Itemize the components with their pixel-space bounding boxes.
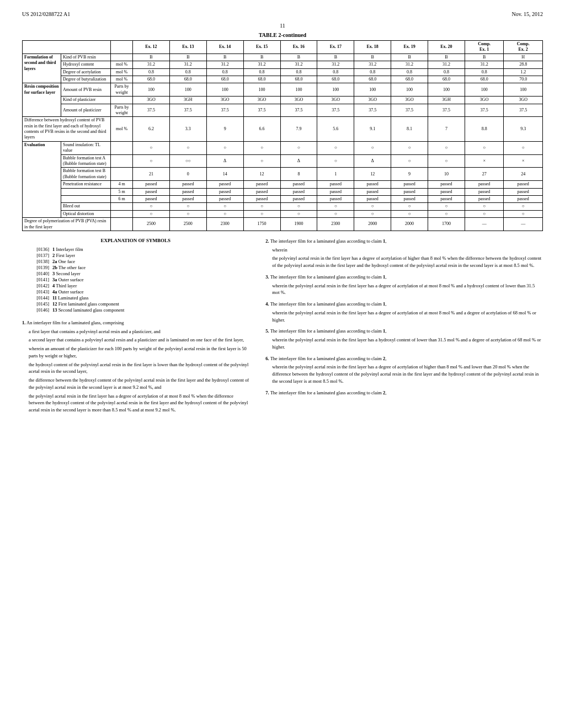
claim-2-detail: the polyvinyl acetal resin in the first … [272,255,543,269]
table-row: Optical distortion ○○○○○○○○○○○ [23,210,543,217]
sym-row-3: [0138] 2a One face [22,259,249,264]
sym-desc-11: 13 Second laminated glass component [52,307,249,313]
claim-3-block: 3. The interlayer film for a laminated g… [265,274,543,296]
claim-1-block: 1. An interlayer film for a laminated gl… [22,319,249,414]
claim-7-text: 7. The interlayer film for a laminated g… [265,389,543,397]
sym-desc-7: 4 Third layer [52,283,249,288]
col-ex20: Ex. 20 [428,41,465,54]
sym-ref-2: [0137] [22,253,52,258]
sym-desc-6: 3a Outer surface [52,277,249,282]
col-ex17: Ex. 17 [317,41,354,54]
sym-row-8: [0143] 4a Outer surface [22,289,249,295]
table-row: Hydroxyl content mol % 31.231.231.231.23… [23,61,543,68]
sym-ref-10: [0145] [22,301,52,307]
claim-4-block: 4. The interlayer film for a laminated g… [265,301,543,323]
page-header: US 2012/0288722 A1 Nov. 15, 2012 [22,11,543,17]
claim-2-indent: wherein [272,247,543,254]
table-row: Evaluation Sound insulation: TL value ○○… [23,141,543,154]
sym-ref-5: [0140] [22,271,52,276]
right-column: 2. The interlayer film for a laminated g… [265,238,543,415]
claim-5-detail: wherein the polyvinyl acetal resin in th… [272,336,543,351]
two-column-layout: EXPLANATION OF SYMBOLS [0136] 1 Interlay… [22,238,543,415]
sym-desc-1: 1 Interlayer film [52,247,249,252]
col-ex19: Ex. 19 [391,41,428,54]
sym-row-5: [0140] 3 Second layer [22,271,249,276]
col-ex16: Ex. 16 [280,41,317,54]
sym-ref-6: [0141] [22,277,52,282]
table-row: 6 m passedpassedpassedpassedpassedpassed… [23,195,543,202]
sym-desc-8: 4a Outer surface [52,289,249,295]
table-row-polymerization: Degree of polymerization of PVB (PVA) re… [23,218,543,231]
claim-2-block: 2. The interlayer film for a laminated g… [265,238,543,269]
col-ex18: Ex. 18 [354,41,391,54]
claim-1-part2: a second layer that contains a polyvinyl… [29,336,249,344]
col-comp2: Comp.Ex. 2 [504,41,543,54]
table-row: Amount of plasticizer Parts by weight 37… [23,104,543,117]
sym-row-10: [0145] 12 First laminated glass componen… [22,301,249,307]
page-number: 11 [22,23,543,29]
sym-ref-9: [0144] [22,295,52,301]
claim-5-block: 5. The interlayer film for a laminated g… [265,328,543,350]
symbols-table: [0136] 1 Interlayer film [0137] 2 First … [22,247,249,313]
sym-desc-2: 2 First layer [52,253,249,258]
sym-ref-11: [0146] [22,307,52,313]
table-row: Degree of butyralization mol % 68.068.06… [23,76,543,83]
sym-ref-4: [0139] [22,265,52,270]
table-row-difference: Difference between hydroxyl content of P… [23,117,543,142]
col-ex15: Ex. 15 [243,41,280,54]
claim-2-text: 2. The interlayer film for a laminated g… [265,238,543,245]
claim-1-part1: a first layer that contains a polyvinyl … [29,328,249,335]
claim-1-intro: 1. An interlayer film for a laminated gl… [22,319,249,326]
sym-row-9: [0144] 11 Laminated glass [22,295,249,301]
col-comp1: Comp.Ex. 1 [465,41,504,54]
sym-row-1: [0136] 1 Interlayer film [22,247,249,252]
sym-desc-3: 2a One face [52,259,249,264]
sym-ref-3: [0138] [22,259,52,264]
sym-desc-10: 12 First laminated glass component [52,301,249,307]
sym-desc-5: 3 Second layer [52,271,249,276]
table-row: Bubble formation test B (Bubble formatio… [23,168,543,181]
sym-ref-7: [0142] [22,283,52,288]
patent-date: Nov. 15, 2012 [511,11,543,17]
claim-4-text: 4. The interlayer film for a laminated g… [265,301,543,308]
claim-3-text: 3. The interlayer film for a laminated g… [265,274,543,281]
table-header-unit [111,41,133,54]
sym-desc-9: 11 Laminated glass [52,295,249,301]
patent-number: US 2012/0288722 A1 [22,11,70,17]
claim-5-text: 5. The interlayer film for a laminated g… [265,328,543,335]
sym-row-6: [0141] 3a Outer surface [22,277,249,282]
claim-6-block: 6. The interlayer film for a laminated g… [265,355,543,385]
col-ex12: Ex. 12 [133,41,170,54]
claim-3-detail: wherein the polyvinyl acetal resin in th… [272,282,543,297]
claim-6-detail: wherein the polyvinyl acetal resin in th… [272,363,543,384]
table-row: Degree of acetylation mol % 0.80.80.80.8… [23,68,543,76]
left-column: EXPLANATION OF SYMBOLS [0136] 1 Interlay… [22,238,249,415]
claim-7-block: 7. The interlayer film for a laminated g… [265,389,543,397]
table-row: Bubble formation test A (Bubble formatio… [23,154,543,168]
claim-1-part4: the hydroxyl content of the polyvinyl ac… [29,361,249,376]
sym-desc-4: 2b The other face [52,265,249,270]
claim-1-part6: the polyvinyl acetal resin in the first … [29,393,249,414]
claim-6-text: 6. The interlayer film for a laminated g… [265,355,543,362]
claim-4-detail: wherein the polyvinyl acetal resin in th… [272,309,543,324]
claim-1-part5: the difference between the hydroxyl cont… [29,377,249,391]
table-row: Formulation of second and third layers K… [23,53,543,61]
table-title: TABLE 2-continued [22,32,543,38]
sym-row-4: [0139] 2b The other face [22,265,249,270]
table-header-empty [23,41,111,54]
sym-ref-1: [0136] [22,247,52,252]
table-row: 5 m passedpassedpassedpassedpassedpassed… [23,188,543,195]
col-ex13: Ex. 13 [169,41,206,54]
table-row: Kind of plasticizer 3GO3GH3GO3GO3GO3GO3G… [23,97,543,104]
sym-row-7: [0142] 4 Third layer [22,283,249,288]
table-row: Penetration resistance 4 m passedpassedp… [23,181,543,188]
sym-ref-8: [0143] [22,289,52,295]
explanation-title: EXPLANATION OF SYMBOLS [22,238,249,243]
table-row: Resin composition for surface layer Amou… [23,83,543,97]
sym-row-2: [0137] 2 First layer [22,253,249,258]
main-table: Ex. 12 Ex. 13 Ex. 14 Ex. 15 Ex. 16 Ex. 1… [22,40,543,231]
sym-row-11: [0146] 13 Second laminated glass compone… [22,307,249,313]
table-row: Bleed out ○○○○○○○○○○○ [23,203,543,210]
col-ex14: Ex. 14 [206,41,243,54]
claim-1-part3: wherein an amount of the plasticizer for… [29,345,249,360]
